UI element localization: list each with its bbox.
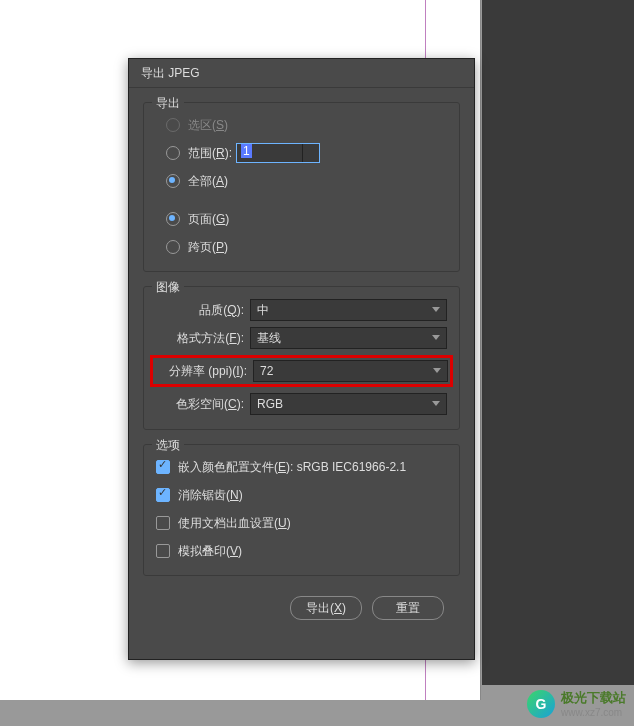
options-legend: 选项 xyxy=(152,437,184,454)
resolution-label: 分辨率 (ppi)(I): xyxy=(155,363,253,380)
embed-profile-label: 嵌入颜色配置文件(E): sRGB IEC61966-2.1 xyxy=(178,459,406,476)
range-input[interactable]: 1 xyxy=(236,143,320,163)
image-legend: 图像 xyxy=(152,279,184,296)
range-radio[interactable] xyxy=(166,146,180,160)
format-select[interactable]: 基线 xyxy=(250,327,447,349)
export-button[interactable]: 导出(X) xyxy=(290,596,362,620)
quality-select[interactable]: 中 xyxy=(250,299,447,321)
resolution-highlight: 分辨率 (ppi)(I): 72 xyxy=(150,355,453,387)
colorspace-label: 色彩空间(C): xyxy=(156,396,250,413)
export-jpeg-dialog: 导出 JPEG 导出 选区(S) 范围(R): 1 xyxy=(128,58,475,660)
watermark-site-name: 极光下载站 xyxy=(561,689,626,707)
pages-radio[interactable] xyxy=(166,212,180,226)
dialog-title: 导出 JPEG xyxy=(129,59,474,88)
resolution-select[interactable]: 72 xyxy=(253,360,448,382)
spreads-label: 跨页(P) xyxy=(188,239,228,256)
watermark: G 极光下载站 www.xz7.com xyxy=(527,689,626,718)
overprint-checkbox[interactable] xyxy=(156,544,170,558)
all-label: 全部(A) xyxy=(188,173,228,190)
spreads-radio[interactable] xyxy=(166,240,180,254)
watermark-site-url: www.xz7.com xyxy=(561,707,626,718)
pages-label: 页面(G) xyxy=(188,211,229,228)
antialias-label: 消除锯齿(N) xyxy=(178,487,243,504)
colorspace-select[interactable]: RGB xyxy=(250,393,447,415)
range-label: 范围(R): xyxy=(188,145,232,162)
image-group: 图像 品质(Q): 中 格式方法(F): 基线 分辨率 (ppi)(I): 72… xyxy=(143,286,460,430)
format-label: 格式方法(F): xyxy=(156,330,250,347)
right-panel xyxy=(482,0,634,685)
reset-button[interactable]: 重置 xyxy=(372,596,444,620)
watermark-logo-icon: G xyxy=(527,690,555,718)
export-group: 导出 选区(S) 范围(R): 1 全部(A) xyxy=(143,102,460,272)
antialias-checkbox[interactable] xyxy=(156,488,170,502)
selection-label: 选区(S) xyxy=(188,117,228,134)
export-legend: 导出 xyxy=(152,95,184,112)
selection-radio xyxy=(166,118,180,132)
bleed-checkbox[interactable] xyxy=(156,516,170,530)
all-radio[interactable] xyxy=(166,174,180,188)
quality-label: 品质(Q): xyxy=(156,302,250,319)
bleed-label: 使用文档出血设置(U) xyxy=(178,515,291,532)
embed-profile-checkbox[interactable] xyxy=(156,460,170,474)
overprint-label: 模拟叠印(V) xyxy=(178,543,242,560)
options-group: 选项 嵌入颜色配置文件(E): sRGB IEC61966-2.1 消除锯齿(N… xyxy=(143,444,460,576)
